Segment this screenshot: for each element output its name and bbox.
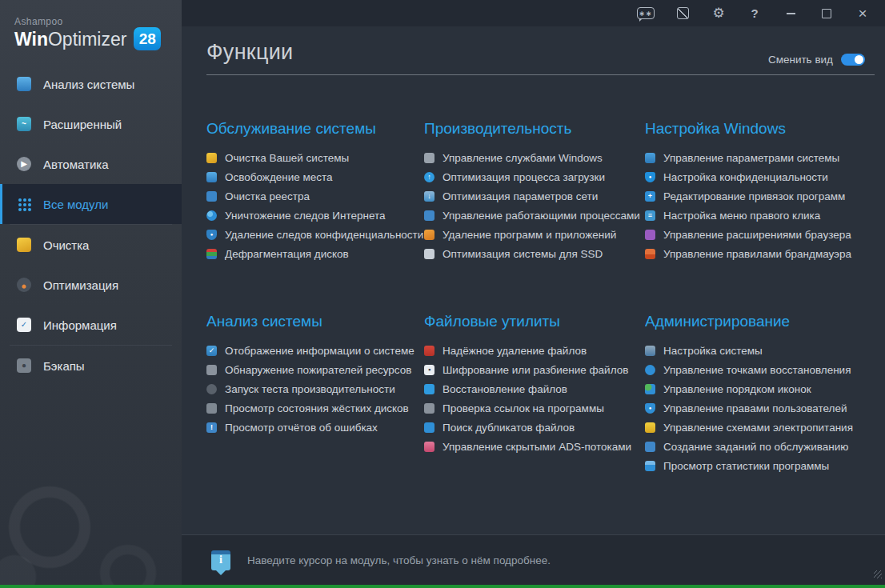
function-item[interactable]: ● Удаление следов конфиденциальности — [206, 225, 424, 244]
function-item[interactable]: Удаление программ и приложений — [424, 225, 645, 244]
link-checker-icon — [424, 403, 434, 414]
function-item[interactable]: Управление параметрами системы — [645, 148, 882, 167]
browser-extension-puzzle-icon — [645, 230, 655, 240]
function-item[interactable]: + Редактирование привязок программ — [645, 186, 882, 206]
function-item[interactable]: Дефрагментация дисков — [206, 244, 424, 263]
maximize-button[interactable] — [819, 6, 835, 22]
view-toggle[interactable] — [841, 54, 865, 66]
tweaking-monitor-icon — [645, 346, 655, 356]
category-column: Файловые утилиты Надёжное удаление файло… — [424, 313, 645, 475]
function-item[interactable]: Управление схемами электропитания — [645, 418, 882, 437]
function-item[interactable]: Управление правилами брандмауэра — [645, 244, 882, 263]
function-item[interactable]: ! Просмотр отчётов об ошибках — [206, 418, 424, 437]
function-item[interactable]: Управление порядком иконок — [645, 379, 882, 398]
function-item[interactable]: ● Настройка конфиденциальности — [645, 167, 882, 186]
function-item[interactable]: Управление расширениями браузера — [645, 225, 882, 244]
function-item[interactable]: Освобождение места — [206, 167, 424, 186]
ads-streams-folder-icon — [424, 442, 434, 452]
category-list: Управление службами Windows ↑ Оптимизаци… — [424, 148, 645, 263]
function-item[interactable]: ● Управление правами пользователей — [645, 398, 882, 418]
function-item-label: Удаление программ и приложений — [442, 229, 616, 241]
function-item[interactable]: Очистка реестра — [206, 186, 424, 206]
function-item-label: Проверка ссылок на программы — [442, 402, 604, 414]
settings-gear-icon[interactable]: ⚙ — [711, 6, 727, 22]
category-title: Настройка Windows — [645, 120, 882, 138]
sidebar-item-information[interactable]: ✓ Информация — [0, 305, 182, 345]
statistics-chart-icon — [645, 461, 655, 471]
header-divider — [206, 74, 875, 75]
function-item[interactable]: Обнаружение пожирателей ресурсов — [206, 360, 424, 379]
sidebar-item-optimization[interactable]: Оптимизация — [0, 265, 182, 305]
sidebar-item-automation[interactable]: ▶ Автоматика — [0, 144, 182, 184]
feedback-icon[interactable]: ∗∗ — [637, 6, 655, 22]
sidebar-item-system-analysis[interactable]: Анализ системы — [0, 64, 182, 104]
function-item-label: Дефрагментация дисков — [225, 248, 349, 260]
sidebar-item-backups[interactable]: ● Бэкапы — [0, 346, 182, 386]
footer-message: Наведите курсор на модуль, чтобы узнать … — [247, 554, 551, 566]
function-item[interactable]: ↑ Оптимизация процесса загрузки — [424, 167, 645, 186]
function-item[interactable]: ↓ Оптимизация параметров сети — [424, 186, 645, 206]
defrag-disks-icon — [206, 249, 217, 259]
app-logo: Ashampoo WinOptimizer 28 — [14, 16, 161, 51]
function-item-label: Оптимизация системы для SSD — [442, 248, 603, 260]
benchmark-gauge-icon — [206, 384, 217, 394]
function-item[interactable]: Управление скрытыми ADS-потоками — [424, 437, 645, 456]
category-title: Администрирование — [645, 313, 882, 330]
function-item[interactable]: Уничтожение следов Интернета — [206, 206, 424, 225]
category-list: Очистка Вашей системы Освобождение места… — [206, 148, 424, 263]
function-item[interactable]: Поиск дубликатов файлов — [424, 418, 645, 437]
broom-icon — [206, 153, 217, 163]
function-item-label: Оптимизация процесса загрузки — [442, 171, 605, 183]
automation-gear-icon: ▶ — [17, 157, 31, 171]
close-button[interactable]: × — [855, 6, 871, 22]
boot-optimizer-icon: ↑ — [424, 172, 434, 182]
function-item[interactable]: Просмотр статистики программы — [645, 456, 882, 475]
minimize-button[interactable] — [783, 6, 799, 22]
function-item[interactable]: Надёжное удаление файлов — [424, 341, 645, 360]
function-item-label: Восстановление файлов — [442, 383, 567, 395]
function-item[interactable]: Проверка ссылок на программы — [424, 398, 645, 418]
sidebar-item-advanced[interactable]: ~ Расширенный — [0, 104, 182, 144]
function-item[interactable]: ✓ Отображение информации о системе — [206, 341, 424, 360]
sidebar-item-all-modules[interactable]: Все модули — [0, 184, 182, 224]
function-item[interactable]: Управление работающими процессами — [424, 206, 645, 225]
function-item[interactable]: Восстановление файлов — [424, 379, 645, 398]
category-title: Анализ системы — [206, 313, 424, 330]
function-item-label: Управление скрытыми ADS-потоками — [442, 441, 631, 453]
function-item[interactable]: Управление службами Windows — [424, 148, 645, 167]
function-item[interactable]: Настройка системы — [645, 341, 882, 360]
sidebar-item-label: Анализ системы — [43, 78, 134, 91]
category-list: Надёжное удаление файлов ▪ Шифрование ил… — [424, 341, 645, 456]
function-item[interactable]: Просмотр состояния жёстких дисков — [206, 398, 424, 418]
function-item[interactable]: ▪ Шифрование или разбиение файлов — [424, 360, 645, 379]
function-item-label: Просмотр отчётов об ошибках — [225, 422, 378, 434]
system-settings-monitor-icon — [645, 153, 655, 163]
function-item-label: Просмотр статистики программы — [663, 460, 829, 472]
help-button[interactable]: ? — [747, 6, 763, 22]
file-undeleter-icon — [424, 384, 434, 394]
function-item[interactable]: Очистка Вашей системы — [206, 148, 424, 167]
ssd-optimizer-icon — [424, 249, 434, 259]
resize-grip[interactable] — [874, 570, 882, 578]
bottom-accent-bar — [0, 585, 885, 588]
function-item[interactable]: Оптимизация системы для SSD — [424, 244, 645, 263]
function-item-label: Редактирование привязок программ — [663, 190, 845, 202]
function-item-label: Управление параметрами системы — [663, 152, 839, 164]
product-name: WinOptimizer 28 — [14, 28, 161, 51]
sidebar-item-label: Информация — [43, 318, 117, 332]
category-title: Производительность — [424, 120, 645, 138]
sidebar: Ashampoo WinOptimizer 28 Анализ системы … — [0, 0, 182, 585]
error-reports-icon: ! — [206, 422, 217, 433]
function-item[interactable]: ≡ Настройка меню правого клика — [645, 206, 882, 225]
product-name-light: Optimizer — [48, 29, 126, 50]
category-column: Администрирование Настройка системы Упра… — [645, 313, 882, 475]
function-item[interactable]: Управление точками восстановления — [645, 360, 882, 379]
function-item[interactable]: Запуск теста производительности — [206, 379, 424, 398]
notes-icon[interactable] — [675, 6, 691, 22]
function-item[interactable]: Создание заданий по обслуживанию — [645, 437, 882, 456]
version-badge: 28 — [134, 27, 161, 50]
titlebar: ∗∗ ⚙ ? × — [182, 0, 885, 26]
category-list: Управление параметрами системы ● Настрой… — [645, 148, 882, 263]
toggle-knob — [855, 55, 863, 64]
sidebar-item-cleaning[interactable]: Очистка — [0, 225, 182, 265]
